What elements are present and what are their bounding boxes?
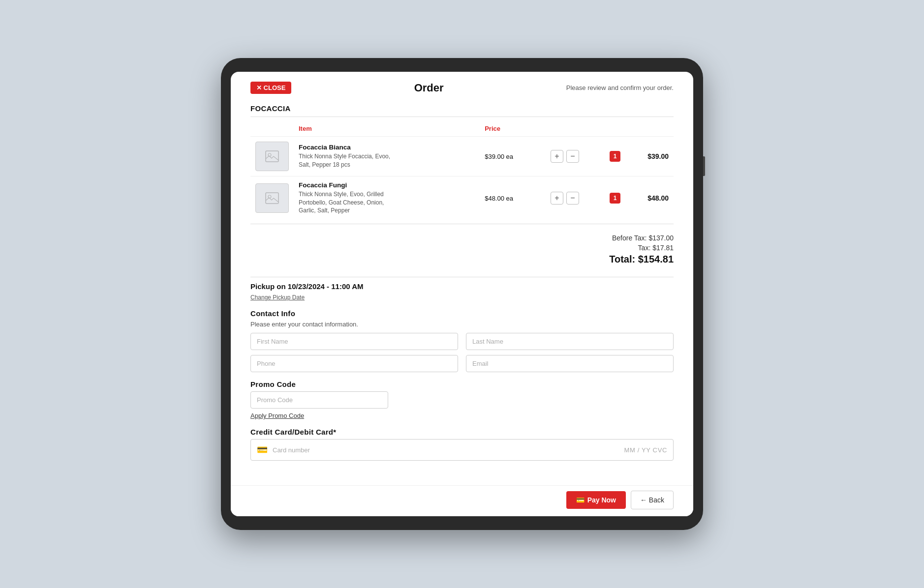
item-image	[255, 142, 289, 171]
item-image-cell	[250, 176, 294, 220]
svg-rect-0	[266, 151, 278, 162]
item-details-cell: Focaccia Fungi Thick Nonna Style, Evoo, …	[294, 176, 480, 220]
back-button[interactable]: ← Back	[631, 491, 674, 509]
item-name: Focaccia Bianca	[299, 144, 475, 151]
tablet-frame: ✕ CLOSE Order Please review and confirm …	[221, 58, 703, 530]
section-divider	[250, 117, 674, 117]
card-icon: 💳	[257, 444, 268, 455]
table-row: Focaccia Fungi Thick Nonna Style, Evoo, …	[250, 176, 674, 220]
promo-code-input[interactable]	[250, 391, 388, 409]
item-unit-price: $39.00 ea	[485, 153, 513, 160]
line-total: $48.00	[647, 194, 669, 202]
summary-divider	[250, 224, 674, 224]
pickup-title: Pickup on 10/23/2024 - 11:00 AM	[250, 282, 674, 291]
qty-decrease-button[interactable]: −	[566, 150, 579, 163]
table-row: Focaccia Bianca Thick Nonna Style Focacc…	[250, 136, 674, 176]
pickup-section: Pickup on 10/23/2024 - 11:00 AM Change P…	[250, 282, 674, 301]
card-section: Credit Card/Debit Card* 💳 Card number MM…	[250, 428, 674, 461]
card-number-placeholder: Card number	[273, 446, 310, 454]
qty-badge-cell: 1	[605, 136, 634, 176]
card-left: 💳 Card number	[257, 444, 310, 455]
before-tax-line: Before Tax: $137.00	[250, 234, 674, 242]
order-summary: Before Tax: $137.00 Tax: $17.81 Total: $…	[250, 229, 674, 273]
qty-controls-cell: + −	[546, 176, 605, 220]
card-expiry-cvc: MM / YY CVC	[624, 446, 667, 454]
pay-label: Pay Now	[587, 496, 616, 504]
item-name: Focaccia Fungi	[299, 181, 475, 189]
footer-bar: 💳 Pay Now ← Back	[231, 485, 693, 516]
tax-line: Tax: $17.81	[250, 244, 674, 252]
svg-point-3	[268, 195, 271, 198]
qty-badge-cell: 1	[605, 176, 634, 220]
last-name-input[interactable]	[466, 333, 674, 350]
item-desc: Thick Nonna Style Focaccia, Evoo, Salt, …	[299, 152, 397, 169]
name-row	[250, 333, 674, 350]
total-line: Total: $154.81	[250, 254, 674, 265]
card-title: Credit Card/Debit Card*	[250, 428, 674, 436]
contact-row	[250, 355, 674, 372]
line-total: $39.00	[647, 152, 669, 160]
before-tax-label: Before Tax:	[612, 234, 647, 242]
pay-now-button[interactable]: 💳 Pay Now	[566, 491, 626, 509]
side-button	[703, 156, 705, 176]
header-note: Please review and confirm your order.	[566, 84, 674, 91]
col-price-header: Price	[480, 122, 546, 137]
section-title: FOCACCIA	[250, 104, 674, 113]
qty-badge: 1	[610, 193, 620, 204]
pay-icon: 💳	[576, 496, 585, 504]
qty-badge: 1	[610, 151, 620, 162]
change-pickup-button[interactable]: Change Pickup Date	[250, 294, 305, 301]
item-unit-price: $48.00 ea	[485, 195, 513, 202]
line-total-cell: $39.00	[634, 136, 674, 176]
contact-subtitle: Please enter your contact information.	[250, 321, 674, 328]
svg-point-1	[268, 153, 271, 156]
promo-title: Promo Code	[250, 380, 674, 388]
col-total-header	[634, 122, 674, 137]
item-price-cell: $39.00 ea	[480, 136, 546, 176]
before-tax-value: $137.00	[648, 234, 674, 242]
order-container: ✕ CLOSE Order Please review and confirm …	[231, 72, 693, 485]
apply-promo-button[interactable]: Apply Promo Code	[250, 412, 304, 419]
qty-increase-button[interactable]: +	[551, 192, 563, 205]
item-image	[255, 183, 289, 213]
email-input[interactable]	[466, 355, 674, 372]
col-image	[250, 122, 294, 137]
qty-increase-button[interactable]: +	[551, 150, 563, 163]
qty-controls: + −	[551, 192, 600, 205]
item-price-cell: $48.00 ea	[480, 176, 546, 220]
tablet-screen: ✕ CLOSE Order Please review and confirm …	[231, 72, 693, 516]
col-item-header: Item	[294, 122, 480, 137]
qty-decrease-button[interactable]: −	[566, 192, 579, 205]
item-details-cell: Focaccia Bianca Thick Nonna Style Focacc…	[294, 136, 480, 176]
pickup-divider	[250, 277, 674, 277]
tax-value: $17.81	[652, 244, 674, 252]
first-name-input[interactable]	[250, 333, 458, 350]
svg-rect-2	[266, 193, 278, 204]
back-label: ← Back	[640, 496, 664, 504]
promo-section: Promo Code Apply Promo Code	[250, 380, 674, 420]
promo-input-wrap	[250, 391, 674, 409]
line-total-cell: $48.00	[634, 176, 674, 220]
header: ✕ CLOSE Order Please review and confirm …	[250, 82, 674, 96]
tax-label: Tax:	[638, 244, 651, 252]
col-qty-header	[605, 122, 634, 137]
item-image-cell	[250, 136, 294, 176]
qty-controls-cell: + −	[546, 136, 605, 176]
total-label: Total:	[609, 254, 635, 265]
contact-title: Contact Info	[250, 309, 674, 318]
col-controls-header	[546, 122, 605, 137]
contact-section: Contact Info Please enter your contact i…	[250, 309, 674, 372]
qty-controls: + −	[551, 150, 600, 163]
item-desc: Thick Nonna Style, Evoo, Grilled Portobe…	[299, 190, 397, 215]
close-button[interactable]: ✕ CLOSE	[250, 82, 291, 94]
phone-input[interactable]	[250, 355, 458, 372]
order-table: Item Price	[250, 122, 674, 220]
total-value: $154.81	[638, 254, 674, 265]
page-title: Order	[414, 82, 444, 94]
card-row[interactable]: 💳 Card number MM / YY CVC	[250, 439, 674, 461]
